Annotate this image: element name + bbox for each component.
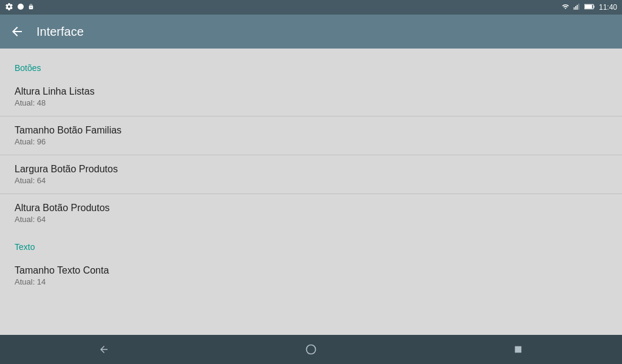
- nav-bar: [0, 335, 622, 364]
- section-header-botoes: Botões: [0, 58, 622, 78]
- status-bar-right: 11:40: [561, 3, 617, 12]
- item-subtitle-altura-linha-listas: Atual: 48: [15, 98, 607, 107]
- list-item-largura-botao-produtos[interactable]: Largura Botão Produtos Atual: 64: [0, 155, 622, 194]
- status-bar: 11:40: [0, 0, 622, 15]
- section-header-texto: Texto: [0, 237, 622, 257]
- section-botoes: Botões Altura Linha Listas Atual: 48 Tam…: [0, 58, 622, 232]
- back-button[interactable]: [10, 24, 24, 39]
- svg-rect-2: [575, 6, 576, 10]
- signal-icon: [573, 3, 581, 12]
- lock-icon: [28, 3, 34, 12]
- svg-rect-4: [578, 4, 579, 10]
- item-subtitle-tamanho-texto-conta: Atual: 14: [15, 277, 607, 286]
- alert-icon: [17, 3, 24, 12]
- item-title-altura-linha-listas: Altura Linha Listas: [15, 86, 607, 97]
- list-item-altura-botao-produtos[interactable]: Altura Botão Produtos Atual: 64: [0, 194, 622, 232]
- item-title-tamanho-texto-conta: Tamanho Texto Conta: [15, 265, 607, 276]
- svg-rect-7: [585, 5, 592, 8]
- list-item-altura-linha-listas[interactable]: Altura Linha Listas Atual: 48: [0, 78, 622, 116]
- settings-icon: [5, 2, 13, 12]
- list-item-tamanho-texto-conta[interactable]: Tamanho Texto Conta Atual: 14: [0, 257, 622, 295]
- status-bar-left: [5, 2, 34, 12]
- item-subtitle-altura-botao-produtos: Atual: 64: [15, 215, 607, 224]
- item-title-altura-botao-produtos: Altura Botão Produtos: [15, 203, 607, 214]
- nav-home-button[interactable]: [296, 335, 326, 364]
- app-bar: Interface: [0, 15, 622, 49]
- svg-point-8: [306, 345, 315, 354]
- list-item-tamanho-botao-familias[interactable]: Tamanho Botão Familias Atual: 96: [0, 116, 622, 155]
- battery-icon: [584, 3, 595, 12]
- status-time: 11:40: [599, 3, 617, 12]
- section-texto: Texto Tamanho Texto Conta Atual: 14: [0, 237, 622, 295]
- item-subtitle-largura-botao-produtos: Atual: 64: [15, 176, 607, 185]
- svg-rect-9: [515, 346, 522, 353]
- nav-recent-button[interactable]: [504, 335, 533, 364]
- item-subtitle-tamanho-botao-familias: Atual: 96: [15, 137, 607, 146]
- svg-point-0: [18, 4, 24, 10]
- item-title-largura-botao-produtos: Largura Botão Produtos: [15, 164, 607, 175]
- app-bar-title: Interface: [36, 25, 84, 39]
- svg-rect-6: [593, 5, 595, 8]
- content-area: Botões Altura Linha Listas Atual: 48 Tam…: [0, 49, 622, 335]
- nav-back-button[interactable]: [89, 335, 118, 364]
- svg-rect-1: [573, 7, 575, 10]
- item-title-tamanho-botao-familias: Tamanho Botão Familias: [15, 125, 607, 136]
- svg-rect-3: [576, 5, 578, 10]
- wifi-icon: [561, 3, 570, 12]
